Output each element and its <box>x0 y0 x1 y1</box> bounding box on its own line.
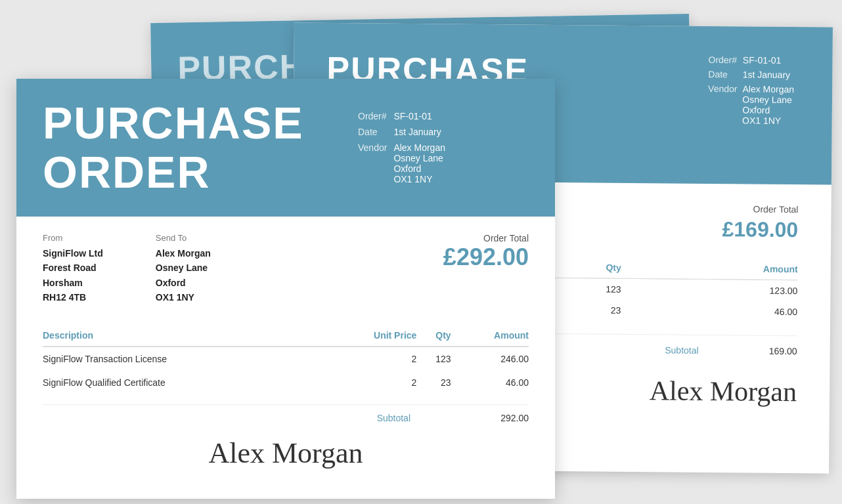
send-to-address: Alex Morgan Osney Lane Oxford OX1 1NY <box>156 246 211 305</box>
mid-subtotal-label: Subtotal <box>665 345 699 355</box>
mid-subtotal-value: 169.00 <box>751 346 797 357</box>
mid-order-value: SF-01-01 <box>743 52 800 68</box>
front-row-amount: 46.00 <box>451 371 529 394</box>
address-row: From SigniFlow Ltd Forest Road Horsham R… <box>43 233 211 305</box>
front-subtotal: Subtotal 292.00 <box>43 404 529 423</box>
front-col-description: Description <box>43 325 321 346</box>
mid-row-amount: 123.00 <box>621 278 797 301</box>
mid-col-amount: Amount <box>621 257 798 280</box>
card-front-header: PURCHASE ORDER Order# SF-01-01 Date 1st … <box>16 79 555 217</box>
front-row-description: SigniFlow Transaction License <box>43 346 321 371</box>
from-label: From <box>43 233 103 243</box>
card-front-body: From SigniFlow Ltd Forest Road Horsham R… <box>16 217 555 486</box>
front-vendor-address: Alex Morgan Osney Lane Oxford OX1 1NY <box>393 140 452 187</box>
from-block: From SigniFlow Ltd Forest Road Horsham R… <box>43 233 103 305</box>
front-vendor-label: Vendor <box>358 140 393 187</box>
front-row-amount: 246.00 <box>451 346 529 371</box>
front-row-qty: 23 <box>416 371 451 394</box>
table-row: SigniFlow Qualified Certificate 2 23 46.… <box>43 371 529 394</box>
front-signature: Alex Morgan <box>43 436 529 470</box>
front-row-unit-price: 2 <box>321 371 416 394</box>
front-row-unit-price: 2 <box>321 346 416 371</box>
front-date-label: Date <box>358 124 393 140</box>
front-col-unit-price: Unit Price <box>321 325 416 346</box>
send-to-label: Send To <box>156 233 211 243</box>
front-order-total: Order Total £292.00 <box>443 233 529 271</box>
front-subtotal-value: 292.00 <box>489 413 529 423</box>
send-to-block: Send To Alex Morgan Osney Lane Oxford OX… <box>156 233 211 305</box>
card-front: PURCHASE ORDER Order# SF-01-01 Date 1st … <box>16 79 555 499</box>
table-row: SigniFlow Transaction License 2 123 246.… <box>43 346 529 371</box>
front-col-amount: Amount <box>451 325 529 346</box>
mid-vendor-label: Vendor <box>708 81 743 127</box>
card-front-meta: Order# SF-01-01 Date 1st January Vendor … <box>358 108 529 187</box>
front-order-total-value: £292.00 <box>443 243 529 271</box>
card-front-title: PURCHASE ORDER <box>43 98 304 197</box>
front-order-label: Order# <box>358 108 393 124</box>
mid-date-label: Date <box>708 67 743 81</box>
scene: PURCHASE PURCHASE Order# SF-01-01 Date 1… <box>0 0 842 504</box>
front-date-value: 1st January <box>393 124 452 140</box>
mid-vendor-address: Alex Morgan Osney Lane Oxford OX1 1NY <box>742 81 799 128</box>
mid-row-amount: 46.00 <box>621 300 797 322</box>
from-address: SigniFlow Ltd Forest Road Horsham RH12 4… <box>43 246 103 305</box>
front-order-value: SF-01-01 <box>393 108 452 124</box>
front-subtotal-label: Subtotal <box>377 413 410 423</box>
mid-order-label: Order# <box>708 52 743 67</box>
front-col-qty: Qty <box>416 325 451 346</box>
mid-date-value: 1st January <box>743 67 800 82</box>
front-order-total-label: Order Total <box>443 233 529 243</box>
front-table: Description Unit Price Qty Amount SigniF… <box>43 325 529 394</box>
front-row-qty: 123 <box>416 346 451 371</box>
front-row-description: SigniFlow Qualified Certificate <box>43 371 321 394</box>
card-mid-meta: Order# SF-01-01 Date 1st January Vendor … <box>708 52 800 128</box>
